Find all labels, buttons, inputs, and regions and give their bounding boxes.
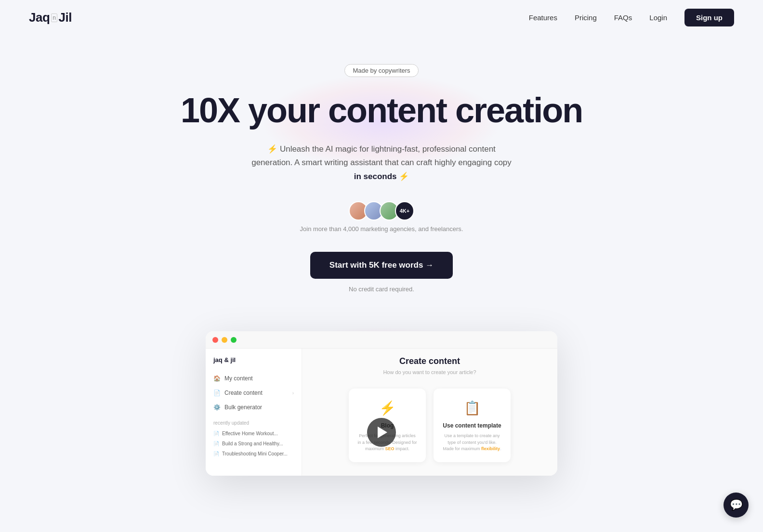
app-window: jaq & jil 🏠 My content 📄 Create content … xyxy=(206,331,557,476)
sidebar-filename-3: Troubleshooting Mini Cooper... xyxy=(222,451,288,456)
hero-badge: Made by copywriters xyxy=(344,64,418,77)
hero-title-rest: your content creation xyxy=(239,91,582,130)
blog-desc-accent: SEO xyxy=(385,446,394,451)
cta-button[interactable]: Start with 5K free words → xyxy=(310,252,453,279)
file-icon-3: 📄 xyxy=(213,451,219,456)
play-button[interactable] xyxy=(367,418,396,447)
sidebar-brand: jaq & jil xyxy=(206,356,302,371)
sidebar-file-2[interactable]: 📄 Build a Strong and Healthy... xyxy=(206,439,302,449)
chat-bubble[interactable]: 💬 xyxy=(724,493,749,518)
create-content-title: Create content xyxy=(316,356,543,366)
avatars-group: 4K+ xyxy=(349,201,414,221)
hero-subtitle-end: ⚡ xyxy=(397,172,409,181)
signup-button[interactable]: Sign up xyxy=(684,9,734,26)
template-desc-accent: flexibility xyxy=(481,446,500,451)
window-close-dot xyxy=(212,337,218,343)
mockup-section: jaq & jil 🏠 My content 📄 Create content … xyxy=(0,312,763,476)
file-icon-1: 📄 xyxy=(213,431,219,436)
lightning-icon: ⚡ xyxy=(357,398,417,417)
cta-area: Start with 5K free words → No credit car… xyxy=(10,252,753,293)
file-icon-2: 📄 xyxy=(213,441,219,446)
no-credit-card-text: No credit card required. xyxy=(10,285,753,293)
chat-icon: 💬 xyxy=(730,499,743,511)
logo[interactable]: Jaq n Jil xyxy=(29,10,72,25)
sidebar-label-create-content: Create content xyxy=(224,389,263,396)
hero-subtitle-bold: in seconds xyxy=(354,172,397,181)
sidebar-filename-2: Build a Strong and Healthy... xyxy=(222,441,283,446)
sidebar-item-my-content[interactable]: 🏠 My content xyxy=(206,371,302,386)
sidebar-section-recently-updated: recently updated xyxy=(206,415,302,428)
create-content-subtitle: How do you want to create your article? xyxy=(316,369,543,375)
nav-features[interactable]: Features xyxy=(529,13,557,22)
app-main-content: Create content How do you want to create… xyxy=(302,331,557,476)
chevron-right-icon: › xyxy=(292,390,294,396)
logo-bracket: n xyxy=(51,13,57,22)
social-proof: 4K+ Join more than 4,000 marketing agenc… xyxy=(10,201,753,233)
window-maximize-dot xyxy=(231,337,237,343)
hero-subtitle-part1: ⚡ Unleash the AI magic for lightning-fas… xyxy=(251,144,512,168)
sidebar-filename-1: Effective Home Workout... xyxy=(222,431,278,436)
nav-faqs[interactable]: FAQs xyxy=(614,13,632,22)
logo-text-1: Jaq xyxy=(29,10,50,25)
join-text: Join more than 4,000 marketing agencies,… xyxy=(300,225,463,233)
navigation: Jaq n Jil Features Pricing FAQs Login Si… xyxy=(0,0,763,35)
document-icon: 📄 xyxy=(213,389,221,396)
app-sidebar: jaq & jil 🏠 My content 📄 Create content … xyxy=(206,331,302,476)
hero-section: Made by copywriters 10X your content cre… xyxy=(0,35,763,312)
sidebar-item-create-content[interactable]: 📄 Create content › xyxy=(206,386,302,400)
gear-icon: ⚙️ xyxy=(213,404,221,411)
sidebar-file-3[interactable]: 📄 Troubleshooting Mini Cooper... xyxy=(206,449,302,459)
nav-links: Features Pricing FAQs Login Sign up xyxy=(529,9,734,26)
content-type-cards: ⚡ Blog Perfect for generating articles i… xyxy=(316,389,543,462)
nav-login[interactable]: Login xyxy=(649,13,667,22)
hero-subtitle: ⚡ Unleash the AI magic for lightning-fas… xyxy=(251,143,512,184)
template-card-title: Use content template xyxy=(442,422,502,429)
sidebar-label-bulk-generator: Bulk generator xyxy=(224,404,262,411)
sidebar-file-1[interactable]: 📄 Effective Home Workout... xyxy=(206,428,302,439)
logo-text-2: Jil xyxy=(59,10,72,25)
template-card[interactable]: 📋 Use content template Use a template to… xyxy=(434,389,511,462)
avatar-count: 4K+ xyxy=(395,201,414,221)
sidebar-label-my-content: My content xyxy=(224,375,253,382)
sidebar-item-bulk-generator[interactable]: ⚙️ Bulk generator xyxy=(206,400,302,415)
window-titlebar xyxy=(206,331,557,349)
blog-desc-part2: impact. xyxy=(395,446,410,451)
play-triangle-icon xyxy=(378,427,387,438)
nav-pricing[interactable]: Pricing xyxy=(575,13,597,22)
hero-title: 10X your content creation xyxy=(10,92,753,129)
window-minimize-dot xyxy=(222,337,227,343)
template-card-desc: Use a template to create any type of con… xyxy=(442,433,502,453)
hero-title-10x: 10X xyxy=(181,91,239,130)
template-desc-part2: . xyxy=(500,446,501,451)
template-icon: 📋 xyxy=(442,398,502,417)
home-icon: 🏠 xyxy=(213,375,221,382)
